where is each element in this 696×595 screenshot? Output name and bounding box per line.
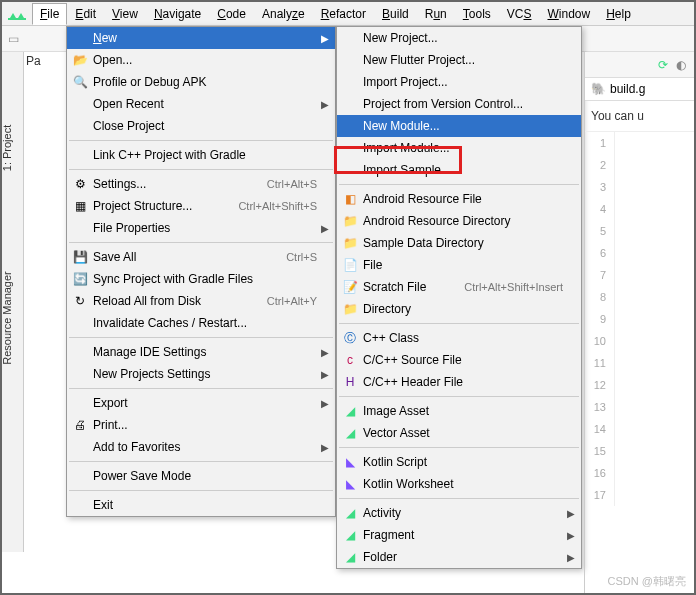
menu-item-exit[interactable]: Exit [67, 494, 335, 516]
line-number: 10 [585, 330, 615, 352]
menu-item-invalidate[interactable]: Invalidate Caches / Restart... [67, 312, 335, 334]
print-icon: 🖨 [72, 417, 88, 433]
line-number: 1 [585, 132, 615, 154]
android-icon: ◢ [342, 549, 358, 565]
code-line[interactable] [615, 330, 694, 352]
menu-item-sync-gradle[interactable]: 🔄Sync Project with Gradle Files [67, 268, 335, 290]
menu-item-file-properties[interactable]: File Properties▶ [67, 217, 335, 239]
menu-view[interactable]: View [104, 3, 146, 25]
code-line[interactable] [615, 374, 694, 396]
menu-item-import-module[interactable]: Import Module... [337, 137, 581, 159]
gradle-icon: 🐘 [591, 82, 606, 96]
code-line[interactable] [615, 418, 694, 440]
folder-open-icon: 📂 [72, 52, 88, 68]
menu-item-new-module[interactable]: New Module... [337, 115, 581, 137]
menu-item-activity[interactable]: ◢Activity▶ [337, 502, 581, 524]
open-icon[interactable]: ▭ [8, 32, 19, 46]
menu-item-profile-apk[interactable]: 🔍Profile or Debug APK [67, 71, 335, 93]
menu-item-folder[interactable]: ◢Folder▶ [337, 546, 581, 568]
profile-icon: 🔍 [72, 74, 88, 90]
cpp-class-icon: Ⓒ [342, 330, 358, 346]
menu-item-import-project[interactable]: Import Project... [337, 71, 581, 93]
android-icon: ◢ [342, 425, 358, 441]
menu-item-project-structure[interactable]: ▦Project Structure...Ctrl+Alt+Shift+S [67, 195, 335, 217]
line-number: 6 [585, 242, 615, 264]
menu-item-add-favorites[interactable]: Add to Favorites▶ [67, 436, 335, 458]
save-icon: 💾 [72, 249, 88, 265]
code-line[interactable] [615, 308, 694, 330]
code-line[interactable] [615, 154, 694, 176]
svg-rect-0 [8, 18, 26, 20]
menu-item-new-project[interactable]: New Project... [337, 27, 581, 49]
menu-item-open[interactable]: 📂Open... [67, 49, 335, 71]
menu-item-print[interactable]: 🖨Print... [67, 414, 335, 436]
menu-help[interactable]: Help [598, 3, 639, 25]
menu-item-reload-disk[interactable]: ↻Reload All from DiskCtrl+Alt+Y [67, 290, 335, 312]
tool-window-project[interactable]: 1: Project [1, 125, 13, 171]
menu-item-new-proj-settings[interactable]: New Projects Settings▶ [67, 363, 335, 385]
menu-item-kotlin-worksheet[interactable]: ◣Kotlin Worksheet [337, 473, 581, 495]
menu-item-export[interactable]: Export▶ [67, 392, 335, 414]
menu-item-scratch[interactable]: 📝Scratch FileCtrl+Alt+Shift+Insert [337, 276, 581, 298]
menu-item-sample-data-dir[interactable]: 📁Sample Data Directory [337, 232, 581, 254]
code-line[interactable] [615, 440, 694, 462]
code-line[interactable] [615, 220, 694, 242]
menu-item-android-res-dir[interactable]: 📁Android Resource Directory [337, 210, 581, 232]
code-line[interactable] [615, 198, 694, 220]
menu-code[interactable]: Code [209, 3, 254, 25]
menu-run[interactable]: Run [417, 3, 455, 25]
menu-item-vector-asset[interactable]: ◢Vector Asset [337, 422, 581, 444]
line-number: 16 [585, 462, 615, 484]
menu-build[interactable]: Build [374, 3, 417, 25]
editor-area: ⟳ ◐ 🐘 build.g You can u 1234567891011121… [584, 52, 694, 593]
code-line[interactable] [615, 352, 694, 374]
menu-refactor[interactable]: Refactor [313, 3, 374, 25]
menu-item-save-all[interactable]: 💾Save AllCtrl+S [67, 246, 335, 268]
menu-item-new[interactable]: New▶ [67, 27, 335, 49]
editor-tab[interactable]: 🐘 build.g [585, 78, 694, 101]
menu-item-close-project[interactable]: Close Project [67, 115, 335, 137]
menu-item-new-flutter[interactable]: New Flutter Project... [337, 49, 581, 71]
structure-icon: ▦ [72, 198, 88, 214]
menubar: File Edit View Navigate Code Analyze Ref… [2, 2, 694, 26]
menu-window[interactable]: Window [539, 3, 598, 25]
menu-item-directory[interactable]: 📁Directory [337, 298, 581, 320]
menu-item-android-res-file[interactable]: ◧Android Resource File [337, 188, 581, 210]
menu-edit[interactable]: Edit [67, 3, 104, 25]
menu-tools[interactable]: Tools [455, 3, 499, 25]
code-line[interactable] [615, 264, 694, 286]
android-studio-logo [8, 6, 26, 20]
cpp-source-icon: c [342, 352, 358, 368]
menu-item-link-cpp[interactable]: Link C++ Project with Gradle [67, 144, 335, 166]
menu-item-cpp-class[interactable]: ⒸC++ Class [337, 327, 581, 349]
menu-item-fragment[interactable]: ◢Fragment▶ [337, 524, 581, 546]
code-line[interactable] [615, 132, 694, 154]
menu-item-kotlin-script[interactable]: ◣Kotlin Script [337, 451, 581, 473]
gradle-sync-icon[interactable]: ⟳ [658, 58, 668, 72]
menu-item-import-sample[interactable]: Import Sample... [337, 159, 581, 181]
menu-item-file[interactable]: 📄File [337, 254, 581, 276]
line-number: 3 [585, 176, 615, 198]
code-line[interactable] [615, 242, 694, 264]
menu-item-manage-ide[interactable]: Manage IDE Settings▶ [67, 341, 335, 363]
reload-icon: ↻ [72, 293, 88, 309]
menu-item-power-save[interactable]: Power Save Mode [67, 465, 335, 487]
menu-item-from-vcs[interactable]: Project from Version Control... [337, 93, 581, 115]
menu-file[interactable]: File [32, 3, 67, 25]
tool-window-bar-left: 1: Project Resource Manager [2, 52, 24, 552]
gauge-icon[interactable]: ◐ [676, 58, 686, 72]
tool-window-resource-manager[interactable]: Resource Manager [1, 271, 13, 365]
menu-navigate[interactable]: Navigate [146, 3, 209, 25]
menu-item-settings[interactable]: ⚙Settings...Ctrl+Alt+S [67, 173, 335, 195]
code-line[interactable] [615, 176, 694, 198]
code-line[interactable] [615, 396, 694, 418]
menu-item-open-recent[interactable]: Open Recent▶ [67, 93, 335, 115]
code-line[interactable] [615, 462, 694, 484]
menu-item-image-asset[interactable]: ◢Image Asset [337, 400, 581, 422]
code-line[interactable] [615, 286, 694, 308]
menu-vcs[interactable]: VCS [499, 3, 540, 25]
menu-item-cpp-source[interactable]: cC/C++ Source File [337, 349, 581, 371]
code-line[interactable] [615, 484, 694, 506]
menu-analyze[interactable]: Analyze [254, 3, 313, 25]
menu-item-cpp-header[interactable]: HC/C++ Header File [337, 371, 581, 393]
